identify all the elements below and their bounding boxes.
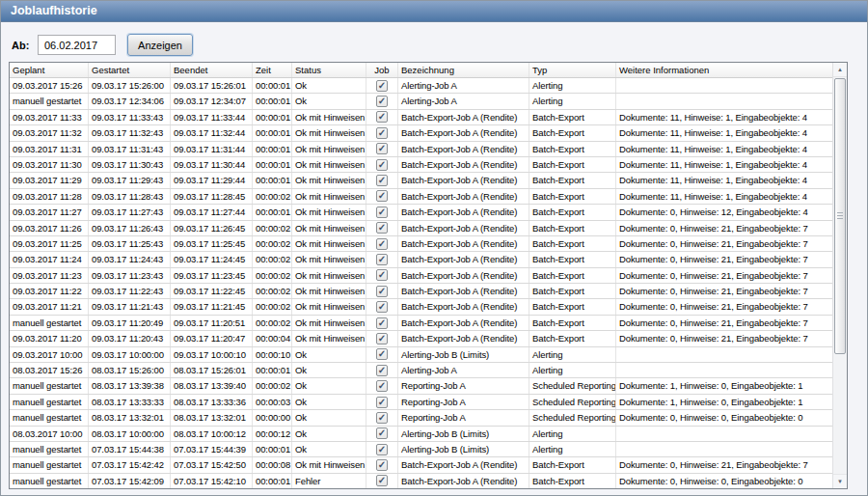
cell-info: Dokumente: 0, Hinweise: 21, Eingabeobjek… (616, 236, 832, 251)
table-row[interactable]: manuell gestartet07.03.17 15:44:3807.03.… (10, 442, 832, 457)
table-row[interactable]: 09.03.2017 11:2209.03.17 11:22:4309.03.1… (10, 284, 832, 299)
job-checkbox[interactable]: ✓ (376, 475, 388, 486)
cell-job: ✓ (366, 299, 398, 314)
cell-status: Ok mit Hinweisen (292, 157, 366, 172)
table-row[interactable]: manuell gestartet08.03.17 13:39:3808.03.… (10, 378, 832, 394)
cell-status: Fehler (292, 474, 366, 488)
column-header-beendet[interactable]: Beendet (171, 63, 253, 77)
job-checkbox[interactable]: ✓ (376, 111, 388, 123)
table-row[interactable]: 09.03.2017 11:2809.03.17 11:28:4309.03.1… (10, 189, 832, 205)
table-row[interactable]: 08.03.2017 10:0008.03.17 10:00:0008.03.1… (10, 427, 832, 442)
table-row[interactable]: 09.03.2017 11:2409.03.17 11:24:4309.03.1… (10, 252, 832, 267)
table-row[interactable]: 09.03.2017 10:0009.03.17 10:00:0009.03.1… (10, 347, 832, 363)
table-row[interactable]: 09.03.2017 11:3209.03.17 11:32:4309.03.1… (10, 125, 832, 141)
table-row[interactable]: manuell gestartet08.03.17 13:32:0108.03.… (10, 410, 832, 426)
job-checkbox[interactable]: ✓ (376, 365, 388, 376)
job-checkbox[interactable]: ✓ (376, 80, 388, 92)
job-checkbox[interactable]: ✓ (376, 127, 388, 139)
cell-zeit: 00:00:02 (253, 252, 292, 266)
cell-typ: Batch-Export (529, 284, 616, 298)
cell-bezeichnung: Batch-Export-Job A (Rendite) (398, 189, 529, 204)
cell-job: ✓ (366, 442, 398, 456)
cell-bezeichnung: Batch-Export-Job A (Rendite) (398, 316, 529, 330)
column-header-job[interactable]: Job (366, 63, 398, 77)
table-row[interactable]: 09.03.2017 11:2009.03.17 11:20:4309.03.1… (10, 331, 832, 346)
job-checkbox[interactable]: ✓ (376, 348, 388, 360)
job-checkbox[interactable]: ✓ (376, 380, 388, 392)
job-checkbox[interactable]: ✓ (376, 143, 388, 154)
cell-status: Ok mit Hinweisen (292, 236, 366, 251)
table-row[interactable]: manuell gestartet09.03.17 12:34:0609.03.… (10, 94, 832, 109)
table-row[interactable]: 09.03.2017 11:2909.03.17 11:29:4309.03.1… (10, 173, 832, 188)
cell-info: Dokumente: 11, Hinweise: 1, Eingabeobjek… (616, 125, 832, 140)
job-checkbox[interactable]: ✓ (376, 427, 388, 439)
cell-bezeichnung: Alerting-Job A (398, 78, 529, 93)
cell-beendet: 08.03.17 13:39:40 (171, 378, 253, 393)
show-button[interactable]: Anzeigen (127, 34, 193, 56)
job-checkbox[interactable]: ✓ (376, 96, 388, 107)
table-row[interactable]: manuell gestartet07.03.17 15:42:0907.03.… (10, 474, 832, 488)
job-checkbox[interactable]: ✓ (376, 317, 388, 329)
cell-geplant: 09.03.2017 11:23 (10, 268, 89, 283)
table-row[interactable]: 09.03.2017 11:2509.03.17 11:25:4309.03.1… (10, 236, 832, 252)
cell-geplant: 09.03.2017 11:33 (10, 110, 89, 124)
cell-bezeichnung: Batch-Export-Job A (Rendite) (398, 331, 529, 345)
job-checkbox[interactable]: ✓ (376, 159, 388, 171)
cell-status: Ok mit Hinweisen (292, 142, 366, 156)
table-row[interactable]: 09.03.2017 15:2609.03.17 15:26:0009.03.1… (10, 78, 832, 94)
table-row[interactable]: manuell gestartet08.03.17 13:33:3308.03.… (10, 395, 832, 410)
column-header-zeit[interactable]: Zeit (253, 63, 292, 77)
cell-status: Ok mit Hinweisen (292, 205, 366, 219)
cell-zeit: 00:00:03 (253, 395, 292, 409)
column-header-geplant[interactable]: Geplant (10, 63, 89, 77)
job-checkbox[interactable]: ✓ (376, 254, 388, 265)
column-header-gestartet[interactable]: Gestartet (89, 63, 171, 77)
job-checkbox[interactable]: ✓ (376, 175, 388, 186)
job-checkbox[interactable]: ✓ (376, 190, 388, 202)
cell-bezeichnung: Batch-Export-Job A (Rendite) (398, 157, 529, 172)
cell-beendet: 09.03.17 11:30:44 (171, 157, 253, 172)
job-checkbox[interactable]: ✓ (376, 444, 388, 455)
date-from-input[interactable] (38, 35, 116, 55)
table-row[interactable]: 09.03.2017 11:3009.03.17 11:30:4309.03.1… (10, 157, 832, 173)
cell-gestartet: 08.03.17 13:33:33 (89, 395, 171, 409)
column-header-bezeichnung[interactable]: Bezeichnung (398, 63, 529, 77)
scroll-up-icon[interactable]: ▲ (833, 63, 847, 77)
table-row[interactable]: 09.03.2017 11:2709.03.17 11:27:4309.03.1… (10, 205, 832, 220)
cell-status: Ok mit Hinweisen (292, 331, 366, 345)
column-header-info[interactable]: Weitere Informationen (616, 63, 832, 77)
job-checkbox[interactable]: ✓ (376, 286, 388, 297)
job-checkbox[interactable]: ✓ (376, 269, 388, 281)
cell-bezeichnung: Alerting-Job B (Limits) (398, 442, 529, 456)
job-checkbox[interactable]: ✓ (376, 238, 388, 250)
job-checkbox[interactable]: ✓ (376, 301, 388, 313)
job-checkbox[interactable]: ✓ (376, 222, 388, 234)
cell-job: ✓ (366, 284, 398, 298)
cell-geplant: 09.03.2017 11:26 (10, 221, 89, 235)
cell-job: ✓ (366, 142, 398, 156)
table-row[interactable]: 09.03.2017 11:2609.03.17 11:26:4309.03.1… (10, 221, 832, 236)
table-row[interactable]: 09.03.2017 11:3109.03.17 11:31:4309.03.1… (10, 142, 832, 157)
scrollbar-thumb[interactable] (834, 78, 846, 354)
job-checkbox[interactable]: ✓ (376, 397, 388, 408)
cell-info: Dokumente: 11, Hinweise: 1, Eingabeobjek… (616, 142, 832, 156)
table-row[interactable]: 09.03.2017 11:2309.03.17 11:23:4309.03.1… (10, 268, 832, 284)
table-row[interactable]: 08.03.2017 15:2608.03.17 15:26:0008.03.1… (10, 363, 832, 378)
table-row[interactable]: manuell gestartet07.03.17 15:42:4207.03.… (10, 457, 832, 473)
cell-beendet: 09.03.17 11:27:44 (171, 205, 253, 219)
column-header-status[interactable]: Status (292, 63, 366, 77)
job-checkbox[interactable]: ✓ (376, 333, 388, 344)
cell-info (616, 363, 832, 377)
table-row[interactable]: manuell gestartet09.03.17 11:20:4909.03.… (10, 316, 832, 331)
table-row[interactable]: 09.03.2017 11:3309.03.17 11:33:4309.03.1… (10, 110, 832, 125)
job-checkbox[interactable]: ✓ (376, 412, 388, 424)
job-checkbox[interactable]: ✓ (376, 207, 388, 218)
vertical-scrollbar[interactable]: ▲ ▼ (832, 63, 847, 488)
table-row[interactable]: 09.03.2017 11:2109.03.17 11:21:4309.03.1… (10, 299, 832, 315)
scroll-down-icon[interactable]: ▼ (833, 474, 847, 488)
cell-bezeichnung: Batch-Export-Job A (Rendite) (398, 236, 529, 251)
job-checkbox[interactable]: ✓ (376, 459, 388, 471)
cell-info (616, 94, 832, 108)
cell-status: Ok (292, 395, 366, 409)
column-header-typ[interactable]: Typ (529, 63, 616, 77)
